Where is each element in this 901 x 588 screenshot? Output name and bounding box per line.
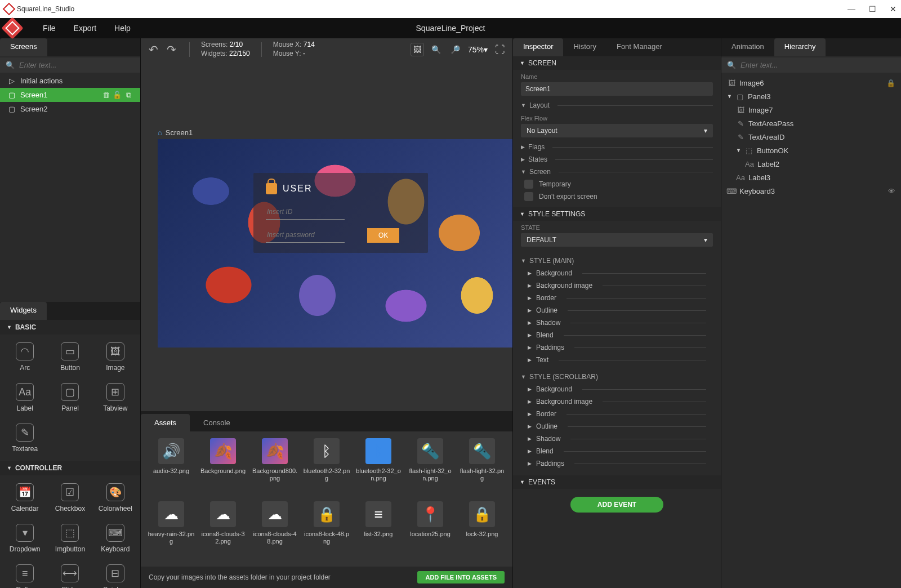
flags-row[interactable]: ▶Flags: [513, 141, 721, 153]
style-shadow[interactable]: ▶Shadow: [513, 433, 721, 445]
screen-sub-row[interactable]: ▼Screen: [513, 166, 721, 178]
tab-font-manager[interactable]: Font Manager: [606, 38, 672, 56]
hierarchy-search-input[interactable]: [741, 61, 895, 69]
widget-keyboard[interactable]: ⌨Keyboard: [94, 519, 137, 558]
style-background-image[interactable]: ▶Background image: [513, 279, 721, 292]
style-settings-section[interactable]: ▼STYLE SETTINGS: [513, 207, 721, 221]
asset-item[interactable]: ≡list-32.png: [355, 501, 402, 560]
style-background[interactable]: ▶Background: [513, 383, 721, 395]
delete-icon[interactable]: 🗑: [102, 91, 110, 99]
lock-icon[interactable]: 🔒: [886, 79, 895, 87]
widget-dropdown[interactable]: ▾Dropdown: [3, 519, 46, 558]
initial-actions-item[interactable]: ▷ Initial actions: [0, 74, 140, 88]
flexflow-dropdown[interactable]: No Layout▾: [521, 124, 713, 137]
name-input[interactable]: [521, 82, 713, 96]
style-paddings[interactable]: ▶Paddings: [513, 341, 721, 354]
style-blend[interactable]: ▶Blend: [513, 329, 721, 341]
widget-calendar[interactable]: 📅Calendar: [3, 479, 46, 517]
style-shadow[interactable]: ▶Shadow: [513, 317, 721, 329]
zoom-out-button[interactable]: 🔍: [430, 43, 443, 56]
widgets-basic-header[interactable]: ▼BASIC: [0, 320, 140, 335]
style-background-image[interactable]: ▶Background image: [513, 395, 721, 408]
style-text[interactable]: ▶Text: [513, 354, 721, 366]
visibility-icon[interactable]: 👁: [888, 187, 895, 195]
lock-icon[interactable]: 🔓: [113, 91, 121, 99]
style-paddings[interactable]: ▶Paddings: [513, 457, 721, 470]
zoom-in-button[interactable]: 🔎: [449, 43, 462, 56]
screen-item-2[interactable]: ▢ Screen2: [0, 102, 140, 116]
widget-image[interactable]: 🖼Image: [94, 338, 137, 376]
widget-imgbutton[interactable]: ⬚Imgbutton: [48, 519, 91, 558]
asset-item[interactable]: 🔊audio-32.png: [148, 438, 195, 497]
checkbox-icon[interactable]: [524, 180, 533, 189]
style-outline[interactable]: ▶Outline: [513, 420, 721, 433]
widget-checkbox[interactable]: ☑Checkbox: [48, 479, 91, 517]
widget-roller[interactable]: ≡Roller: [3, 560, 46, 588]
zoom-level[interactable]: 75%▾: [468, 45, 488, 54]
asset-item[interactable]: 🔒icons8-lock-48.png: [303, 501, 350, 560]
screens-search[interactable]: 🔍: [0, 57, 140, 73]
asset-item[interactable]: ☁icons8-clouds-48.png: [251, 501, 298, 560]
style-border[interactable]: ▶Border: [513, 292, 721, 304]
hierarchy-item-label2[interactable]: AaLabel2: [721, 157, 901, 171]
hierarchy-item-label3[interactable]: AaLabel3: [721, 171, 901, 184]
canvas-breadcrumb[interactable]: ⌂ Screen1: [158, 128, 512, 137]
checkbox-icon[interactable]: [524, 192, 533, 201]
add-file-button[interactable]: ADD FILE INTO ASSETS: [417, 571, 505, 583]
ok-button[interactable]: OK: [367, 228, 399, 243]
hierarchy-item-buttonok[interactable]: ▼⬚ButtonOK: [721, 144, 901, 157]
redo-button[interactable]: ↷: [164, 43, 178, 56]
screen-preview[interactable]: USER OK: [158, 139, 512, 348]
widget-button[interactable]: ▭Button: [48, 338, 91, 376]
asset-item[interactable]: 📍location25.png: [407, 501, 454, 560]
hierarchy-item-textareaid[interactable]: ✎TextAreaID: [721, 130, 901, 144]
layout-row[interactable]: ▼Layout: [513, 99, 721, 112]
widget-spinbox[interactable]: ⊟Spinbox: [94, 560, 137, 588]
screen-item-1[interactable]: ▢ Screen1 🗑 🔓 ⧉: [0, 88, 140, 102]
tab-inspector[interactable]: Inspector: [513, 38, 563, 56]
asset-item[interactable]: ᛒbluetooth2-32_on.png: [355, 438, 402, 497]
widget-label[interactable]: AaLabel: [3, 378, 46, 417]
tab-animation[interactable]: Animation: [721, 38, 774, 56]
login-panel[interactable]: USER OK: [253, 173, 428, 253]
style-scrollbar-header[interactable]: ▼STYLE (SCROLLBAR): [513, 371, 721, 383]
tab-screens[interactable]: Screens: [0, 38, 47, 56]
minimize-button[interactable]: —: [848, 5, 855, 14]
widget-tabview[interactable]: ⊞Tabview: [94, 378, 137, 417]
hierarchy-search[interactable]: 🔍: [721, 57, 901, 73]
screen-section[interactable]: ▼SCREEN: [513, 56, 721, 70]
id-input[interactable]: [266, 204, 345, 220]
undo-button[interactable]: ↶: [146, 43, 160, 56]
duplicate-icon[interactable]: ⧉: [124, 91, 132, 99]
hierarchy-item-textareapass[interactable]: ✎TextAreaPass: [721, 117, 901, 130]
maximize-button[interactable]: ☐: [869, 5, 876, 14]
style-blend[interactable]: ▶Blend: [513, 445, 721, 457]
style-border[interactable]: ▶Border: [513, 408, 721, 420]
style-outline[interactable]: ▶Outline: [513, 304, 721, 317]
widget-arc[interactable]: ◠Arc: [3, 338, 46, 376]
menu-export[interactable]: Export: [65, 19, 105, 37]
hierarchy-item-keyboard3[interactable]: ⌨Keyboard3👁: [721, 184, 901, 198]
close-button[interactable]: ✕: [890, 5, 896, 14]
expand-icon[interactable]: ▼: [736, 148, 741, 153]
style-background[interactable]: ▶Background: [513, 267, 721, 279]
hierarchy-item-panel3[interactable]: ▼▢Panel3: [721, 90, 901, 103]
widget-colorwheel[interactable]: 🎨Colorwheel: [94, 479, 137, 517]
asset-item[interactable]: 🔦flash-light-32_on.png: [407, 438, 454, 497]
add-event-button[interactable]: ADD EVENT: [570, 497, 663, 513]
fullscreen-button[interactable]: ⛶: [493, 43, 507, 56]
hierarchy-item-image7[interactable]: 🖼Image7: [721, 103, 901, 117]
asset-item[interactable]: 🔒lock-32.png: [458, 501, 506, 560]
widgets-controller-header[interactable]: ▼CONTROLLER: [0, 461, 140, 475]
menu-file[interactable]: File: [34, 19, 65, 37]
states-row[interactable]: ▶States: [513, 153, 721, 166]
widget-panel[interactable]: ▢Panel: [48, 378, 91, 417]
tab-widgets[interactable]: Widgets: [0, 302, 47, 320]
asset-item[interactable]: 🔦flash-light-32.png: [458, 438, 506, 497]
style-main-header[interactable]: ▼STYLE (MAIN): [513, 255, 721, 267]
tab-console[interactable]: Console: [190, 414, 244, 431]
tab-hierarchy[interactable]: Hierarchy: [774, 38, 826, 56]
hierarchy-item-image6[interactable]: 🖼Image6🔒: [721, 76, 901, 90]
events-section[interactable]: ▼EVENTS: [513, 475, 721, 489]
password-input[interactable]: [266, 228, 345, 243]
